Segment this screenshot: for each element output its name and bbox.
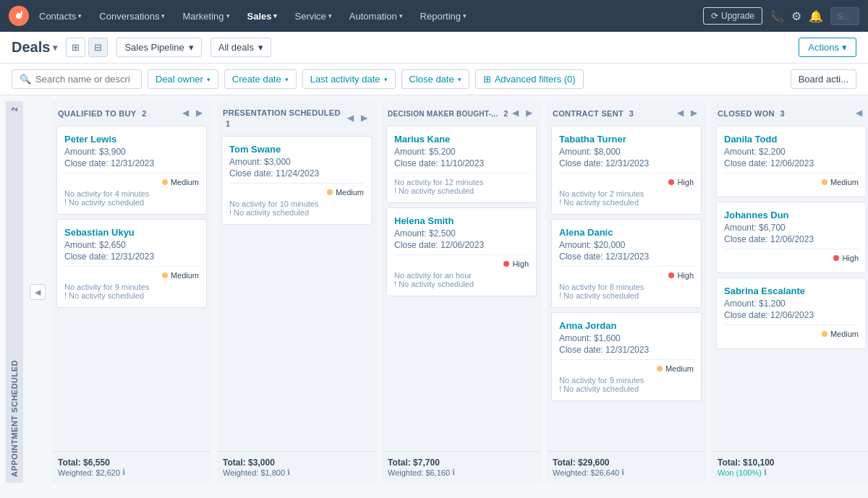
priority-high-icon: [833, 255, 839, 261]
contract-sent-next-btn[interactable]: ▶: [688, 107, 700, 119]
nav-service[interactable]: Service ▾: [287, 0, 339, 32]
upgrade-icon: ⟳: [711, 11, 718, 21]
deal-card[interactable]: Tom Swane Amount: $3,000 Close date: 11/…: [221, 136, 372, 225]
priority-medium-icon: [657, 366, 663, 372]
filter-chevron-icon: ▾: [258, 42, 263, 53]
nav-right: ⟳ Upgrade 📞 ⚙ 🔔: [703, 7, 859, 25]
priority-high-icon: [668, 272, 674, 278]
nav-contacts[interactable]: Contacts ▾: [32, 0, 89, 32]
priority-medium-icon: [162, 179, 168, 185]
presentation-scheduled-column: PRESENTATION SCHEDULED 1 ◀ ▶ Tom Swane A…: [217, 101, 376, 483]
marketing-chevron-icon: ▾: [226, 12, 230, 20]
svg-rect-1: [21, 11, 22, 14]
decision-maker-body: Marius Kane Amount: $5,200 Close date: 1…: [382, 123, 541, 451]
presentation-scheduled-footer: Total: $3,000 Weighted: $1,800 ℹ: [217, 451, 376, 483]
sub-header-right: Actions ▾: [799, 38, 856, 57]
contract-sent-header: CONTRACT SENT 3 ◀ ▶: [547, 101, 706, 123]
warning-icon: !: [64, 291, 67, 300]
settings-icon[interactable]: ⚙: [791, 9, 801, 23]
contacts-chevron-icon: ▾: [78, 12, 82, 20]
upgrade-button[interactable]: ⟳ Upgrade: [703, 7, 762, 25]
deal-card[interactable]: Johannes Dun Amount: $6,700 Close date: …: [716, 202, 867, 273]
contract-sent-body: Tabatha Turner Amount: $8,000 Close date…: [547, 123, 706, 451]
board-activity-button[interactable]: Board acti...: [791, 69, 856, 89]
board-prev-arrow: ◀: [29, 101, 46, 483]
deal-priority: High: [394, 259, 529, 268]
deal-owner-filter[interactable]: Deal owner ▾: [148, 69, 218, 89]
deal-card[interactable]: Peter Lewis Amount: $3,900 Close date: 1…: [56, 126, 207, 215]
warning-icon: !: [394, 186, 396, 195]
filter-grid-icon: ⊞: [483, 74, 491, 85]
last-activity-filter[interactable]: Last activity date ▾: [302, 69, 396, 89]
priority-medium-icon: [822, 331, 827, 337]
deal-card[interactable]: Tabatha Turner Amount: $8,000 Close date…: [551, 126, 702, 215]
decision-maker-next-btn[interactable]: ▶: [523, 107, 535, 119]
qualified-next-btn[interactable]: ▶: [193, 107, 205, 119]
warning-icon: !: [559, 385, 561, 393]
deal-card[interactable]: Marius Kane Amount: $5,200 Close date: 1…: [386, 126, 537, 203]
deal-card[interactable]: Sebastian Ukyu Amount: $2,650 Close date…: [56, 219, 207, 308]
info-icon: ℹ: [621, 468, 624, 477]
deal-priority: High: [724, 254, 859, 262]
priority-high-icon: [503, 261, 509, 267]
warning-icon: !: [394, 280, 396, 288]
deal-card[interactable]: Anna Jordan Amount: $1,600 Close date: 1…: [551, 312, 702, 401]
deals-dropdown-icon[interactable]: ▾: [53, 43, 57, 53]
list-view-button[interactable]: ⊞: [66, 38, 85, 57]
nav-marketing[interactable]: Marketing ▾: [175, 0, 237, 32]
search-input[interactable]: [35, 74, 129, 85]
all-deals-filter[interactable]: All deals ▾: [210, 38, 271, 57]
deal-priority: Medium: [64, 178, 199, 186]
info-icon: ℹ: [452, 468, 455, 477]
deal-priority: Medium: [724, 330, 859, 338]
priority-medium-icon: [162, 272, 168, 278]
nav-automation[interactable]: Automation ▾: [342, 0, 410, 32]
info-icon: ℹ: [287, 468, 290, 477]
board-prev-button[interactable]: ◀: [30, 284, 46, 300]
decision-maker-prev-btn[interactable]: ◀: [509, 107, 522, 119]
notifications-icon[interactable]: 🔔: [809, 9, 823, 23]
page-title: Deals ▾: [12, 39, 57, 56]
last-activity-chevron-icon: ▾: [384, 76, 388, 83]
presentation-next-btn[interactable]: ▶: [358, 112, 370, 124]
actions-chevron-icon: ▾: [842, 42, 847, 53]
deals-board: APPOINTMENT SCHEDULED 2 ◀ QUALIFIED TO B…: [0, 95, 868, 489]
deal-card[interactable]: Danila Todd Amount: $2,200 Close date: 1…: [716, 126, 867, 197]
nav-reporting[interactable]: Reporting ▾: [413, 0, 474, 32]
deal-priority: Medium: [724, 178, 859, 186]
presentation-prev-btn[interactable]: ◀: [344, 112, 357, 124]
deal-card[interactable]: Sabrina Escalante Amount: $1,200 Close d…: [716, 278, 867, 349]
closed-won-prev-btn[interactable]: ◀: [853, 107, 865, 119]
deal-card[interactable]: Alena Danic Amount: $20,000 Close date: …: [551, 219, 702, 308]
pipeline-select[interactable]: Sales Pipeline ▾: [116, 38, 201, 57]
board-view-button[interactable]: ⊟: [88, 38, 108, 57]
advanced-filters-button[interactable]: ⊞ Advanced filters (0): [475, 69, 584, 89]
close-date-filter[interactable]: Close date ▾: [401, 69, 469, 89]
create-date-filter[interactable]: Create date ▾: [224, 69, 297, 89]
closed-won-column: CLOSED WON 3 ◀ Danila Todd Amount: $2,20…: [712, 101, 868, 483]
actions-button[interactable]: Actions ▾: [799, 38, 856, 57]
decision-maker-footer: Total: $7,700 Weighted: $6,160 ℹ: [382, 451, 541, 483]
deal-priority: Medium: [229, 188, 364, 197]
search-field[interactable]: 🔍: [12, 69, 142, 89]
conversations-chevron-icon: ▾: [161, 12, 165, 20]
sales-chevron-icon: ▾: [273, 12, 277, 20]
nav-conversations[interactable]: Conversations ▾: [92, 0, 172, 32]
priority-medium-icon: [327, 189, 333, 195]
deal-priority: Medium: [64, 271, 199, 280]
create-date-chevron-icon: ▾: [285, 76, 289, 83]
contract-sent-prev-btn[interactable]: ◀: [674, 107, 686, 119]
closed-won-footer: Total: $10,100 Won (100%) ℹ: [712, 451, 868, 483]
phone-icon: 📞: [770, 9, 784, 23]
deal-priority: High: [559, 271, 694, 280]
close-date-chevron-icon: ▾: [458, 76, 461, 83]
closed-won-header: CLOSED WON 3 ◀: [712, 101, 868, 123]
pipeline-chevron-icon: ▾: [189, 42, 194, 53]
qualified-to-buy-body: Peter Lewis Amount: $3,900 Close date: 1…: [52, 123, 211, 451]
global-search-input[interactable]: [830, 7, 859, 25]
qualified-prev-btn[interactable]: ◀: [179, 107, 192, 119]
sub-header: Deals ▾ ⊞ ⊟ Sales Pipeline ▾ All deals ▾…: [0, 32, 868, 64]
nav-sales[interactable]: Sales ▾: [240, 0, 285, 32]
view-toggle: ⊞ ⊟: [66, 38, 108, 57]
deal-card[interactable]: Helena Smith Amount: $2,500 Close date: …: [386, 207, 537, 296]
